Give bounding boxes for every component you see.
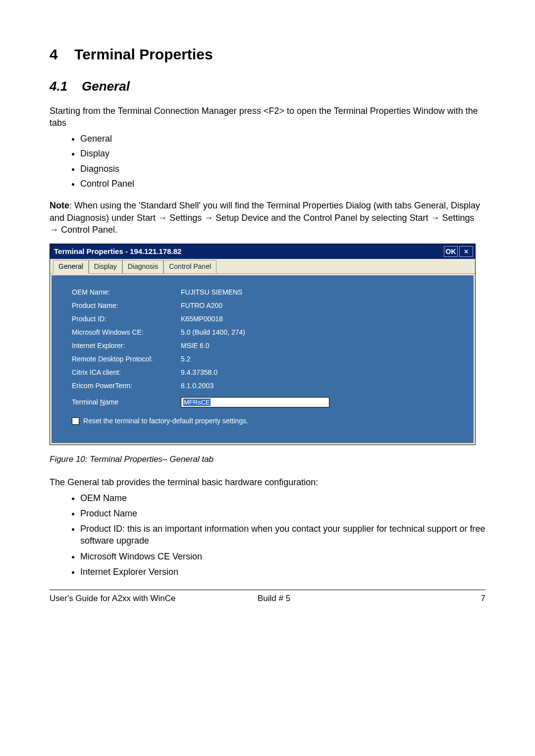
kv-row: Citrix ICA client: 9.4.37358.0 [72, 368, 463, 377]
kv-row: Remote Desktop Protocol: 5.2 [72, 354, 463, 364]
product-name-value: FUTRO A200 [181, 301, 463, 310]
rdp-label: Remote Desktop Protocol: [72, 354, 181, 364]
terminal-name-input[interactable]: MFRsCE [181, 397, 329, 407]
kv-row: Ericom PowerTerm: 8.1.0.2003 [72, 381, 463, 391]
reset-label[interactable]: Reset the terminal to factory-default pr… [83, 416, 248, 426]
terminal-name-field-wrap: MFRsCE [181, 397, 463, 407]
kv-row: OEM Name: FUJITSU SIEMENS [72, 288, 463, 297]
terminal-name-label: Terminal Name [72, 398, 181, 407]
note-label: Note [50, 201, 69, 210]
rdp-value: 5.2 [181, 354, 463, 364]
subsection-heading: 4.1 General [50, 78, 485, 95]
tabbar: General Display Diagnosis Control Panel [50, 259, 475, 274]
oem-name-value: FUJITSU SIEMENS [181, 288, 463, 297]
citrix-value: 9.4.37358.0 [181, 368, 463, 377]
tab-label: Diagnosis [128, 262, 158, 270]
terminal-name-row: Terminal Name MFRsCE [72, 397, 463, 407]
list-item: OEM Name [80, 492, 485, 504]
citrix-label: Citrix ICA client: [72, 368, 181, 377]
product-id-value: K65MP00018 [181, 314, 463, 324]
ericom-label: Ericom PowerTerm: [72, 381, 181, 391]
footer-mid: Build # 5 [258, 593, 466, 605]
terminal-name-value: MFRsCE [183, 399, 211, 406]
note-text: : When using the 'Standard Shell' you wi… [50, 201, 480, 235]
kv-row: Product ID: K65MP00018 [72, 314, 463, 324]
list-item: Control Panel [80, 178, 485, 190]
kv-row: Internet Explorer: MSIE 6.0 [72, 341, 463, 351]
list-item: Microsoft Windows CE Version [80, 551, 485, 562]
section-number: 4 [50, 46, 58, 62]
tab-display[interactable]: Display [89, 260, 122, 273]
tab-body-general: OEM Name: FUJITSU SIEMENS Product Name: … [52, 275, 474, 443]
after-paragraph: The General tab provides the terminal ba… [50, 476, 485, 488]
ok-button-label: OK [446, 247, 456, 256]
footer-left: User's Guide for A2xx with WinCe [50, 593, 258, 605]
ie-value: MSIE 6.0 [181, 341, 463, 351]
section-heading: 4 Terminal Properties [50, 45, 485, 65]
windows-ce-value: 5.0 (Build 1400, 274) [181, 328, 463, 337]
windows-ce-label: Microsoft Windows CE: [72, 328, 181, 337]
ok-button[interactable]: OK [444, 246, 458, 257]
subsection-title-text: General [82, 79, 130, 94]
kv-row: Product Name: FUTRO A200 [72, 301, 463, 310]
kv-row: Microsoft Windows CE: 5.0 (Build 1400, 2… [72, 328, 463, 337]
section-title-text: Terminal Properties [74, 46, 213, 62]
list-item: General [80, 133, 485, 145]
tab-label: Control Panel [169, 262, 211, 270]
list-item: Product Name [80, 507, 485, 519]
after-list: OEM Name Product Name Product ID: this i… [80, 492, 485, 578]
window-title: Terminal Properties - 194.121.178.82 [54, 247, 442, 256]
footer-page-number: 7 [466, 593, 485, 605]
subsection-number: 4.1 [50, 79, 67, 94]
window-titlebar[interactable]: Terminal Properties - 194.121.178.82 OK … [50, 244, 475, 259]
page-footer: User's Guide for A2xx with WinCe Build #… [50, 590, 485, 605]
ie-label: Internet Explorer: [72, 341, 181, 351]
figure-caption: Figure 10: Terminal Properties– General … [50, 454, 485, 465]
tab-diagnosis[interactable]: Diagnosis [122, 260, 163, 273]
reset-checkbox[interactable] [72, 417, 79, 425]
list-item: Display [80, 148, 485, 159]
list-item: Product ID: this is an important informa… [80, 523, 485, 547]
note-paragraph: Note: When using the 'Standard Shell' yo… [50, 200, 485, 236]
product-id-label: Product ID: [72, 314, 181, 324]
reset-row: Reset the terminal to factory-default pr… [72, 416, 463, 426]
tab-general[interactable]: General [53, 260, 89, 274]
close-button[interactable]: × [459, 246, 473, 257]
tab-label: General [58, 262, 83, 270]
product-name-label: Product Name: [72, 301, 181, 310]
close-icon: × [464, 247, 468, 256]
terminal-properties-window: Terminal Properties - 194.121.178.82 OK … [50, 244, 476, 445]
oem-name-label: OEM Name: [72, 288, 181, 297]
ericom-value: 8.1.0.2003 [181, 381, 463, 391]
list-item: Diagnosis [80, 163, 485, 175]
intro-paragraph: Starting from the Terminal Connection Ma… [50, 105, 485, 129]
tab-label: Display [94, 262, 117, 270]
list-item: Internet Explorer Version [80, 566, 485, 578]
tab-control-panel[interactable]: Control Panel [163, 260, 216, 273]
intro-list: General Display Diagnosis Control Panel [80, 133, 485, 190]
